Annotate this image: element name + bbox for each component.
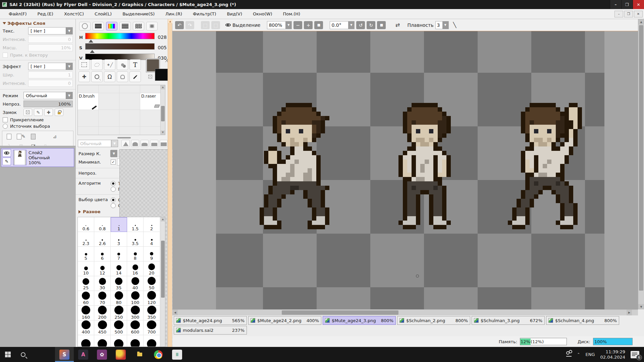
text-tool[interactable]: T [129,59,141,70]
brush-cell-empty[interactable] [99,127,119,135]
brush-cell-empty[interactable] [140,110,161,127]
brush-size-600[interactable]: 600 [127,320,144,335]
zoom-level-combo[interactable]: 800%▼ [267,21,292,29]
layer-effects-header[interactable]: Эффекты Слоя [0,19,75,26]
hsv-slider-s[interactable]: S005 [76,42,172,53]
doc-tab-$Schulman_2.png[interactable]: $Schulman_2.png800% [397,316,470,325]
brush-cell-empty[interactable] [99,93,119,110]
zoom-reset-button[interactable]: ■ [314,21,323,29]
brush-size-1.5[interactable]: 1.5 [127,217,144,232]
brush-size-10[interactable]: 10 [78,261,94,276]
brush-size-250[interactable]: 250 [111,306,127,320]
chevron-down-icon[interactable]: ▼ [66,27,72,34]
taskbar-app-2[interactable]: A [74,347,93,362]
doc-tab-$Schulman_4.png[interactable]: $Schulman_4.png800% [546,316,619,325]
close-button[interactable]: ✕ [633,0,644,9]
people-icon[interactable] [566,353,572,357]
doc-minimize-button[interactable]: – [614,11,623,17]
lock-move-button[interactable]: ✚ [44,109,53,116]
brush-cell-empty[interactable] [99,85,119,93]
hand-tool[interactable] [117,71,128,82]
brush-shape-square[interactable] [160,140,168,147]
doc-tab-$Mute_age24_2.png[interactable]: $Mute_age24_2.png400% [248,316,321,325]
tray-expand-icon[interactable]: ⌃ [577,352,580,357]
blend-mode-dropdown[interactable]: Обычный▼ [23,92,73,99]
brush-draser[interactable]: D.raser [140,93,161,110]
brush-size-100[interactable]: 100 [127,291,144,306]
brush-size-500[interactable]: 500 [111,320,127,335]
menu-item-3[interactable]: Слой(L) [89,10,117,18]
brush-size-8[interactable]: 8 [127,247,144,261]
menu-item-4[interactable]: Выделение(S) [117,10,160,18]
brush-dbrush[interactable]: D.brush [78,93,99,110]
size-unit-dropdown[interactable]: ▼ [111,150,117,157]
taskbar-app-sai[interactable]: S [55,347,74,362]
brush-shape-wide-dome[interactable] [141,140,149,147]
brush-cell-empty[interactable] [119,93,140,110]
brush-size-35[interactable]: 35 [111,276,127,291]
shape-tool[interactable] [117,59,128,70]
brush-shape-triangle[interactable] [121,140,129,147]
brush-size-3[interactable]: 3 [111,232,127,247]
move-tool[interactable]: ✚ [78,71,90,82]
rect-select-tool[interactable] [78,59,90,70]
brush-size-350[interactable]: 350 [144,306,160,320]
search-button[interactable] [15,347,31,362]
doc-tab-modulars.sai2[interactable]: modulars.sai2237% [174,326,247,335]
menu-item-9[interactable]: Пом.(H) [278,10,306,18]
panel-scrollbar[interactable]: ▲ [168,19,172,347]
taskbar-app-4[interactable] [111,347,130,362]
eyedropper-tool[interactable] [129,71,141,82]
brush-size-0.8[interactable]: 0.8 [94,217,111,232]
brush-cell-empty[interactable] [119,85,140,93]
select-show-button[interactable]: ⬚ [201,21,210,29]
start-button[interactable] [0,347,15,362]
taskbar-app-chrome[interactable] [149,347,168,362]
lock-all-button[interactable] [55,109,63,116]
misc-header[interactable]: Разное [76,207,103,215]
taskbar-clock[interactable]: 11:39:29 02.04.2024 [600,349,625,360]
brush-grid-scrollbar[interactable]: ▲▼ [160,85,165,135]
flip-horizontal-icon[interactable]: ⇄ [393,21,402,29]
select-clear-button[interactable]: ⬚ [211,21,220,29]
brush-size-1[interactable]: 1 [111,217,127,232]
canvas-viewport[interactable] [172,31,638,309]
rotate-reset-button[interactable]: ■ [377,21,386,29]
maximize-button[interactable]: ❐ [621,0,633,9]
brush-size-big[interactable] [127,335,144,347]
menu-item-1[interactable]: Ред.(E) [32,10,59,18]
panel-resize-handle[interactable] [76,137,172,138]
brush-size-30[interactable]: 30 [94,276,111,291]
brush-size-16[interactable]: 16 [127,261,144,276]
redo-button[interactable]: ↷ [185,21,194,29]
layer-edit-button[interactable]: ✎ [2,158,11,165]
brush-size-3.5[interactable]: 3.5 [127,232,144,247]
brush-size-big[interactable] [78,335,94,347]
brush-size-big[interactable] [94,335,111,347]
zoom-out-button[interactable]: − [293,21,302,29]
brush-size-40[interactable]: 40 [127,276,144,291]
zoom-tool[interactable] [91,71,103,82]
notification-icon[interactable]: 6 [631,351,639,358]
brush-size-450[interactable]: 450 [94,320,111,335]
brush-size-160[interactable]: 160 [78,306,94,320]
minimize-button[interactable]: – [610,0,621,9]
brush-size-70[interactable]: 70 [94,291,111,306]
brush-shape-dome[interactable] [131,140,139,147]
new-layer-button[interactable] [4,132,14,140]
rgb-slider-button[interactable] [93,22,104,31]
zoom-in-button[interactable]: + [304,21,313,29]
mixer-slider-button[interactable] [119,22,131,31]
selection-source-radio[interactable] [3,124,8,129]
brush-size-big[interactable] [111,335,127,347]
selection-eye-icon[interactable] [225,23,231,26]
secondary-color-swatch[interactable] [155,69,168,81]
rotate-ccw-button[interactable]: ↺ [356,21,365,29]
vertical-scrollbar[interactable]: ▲ ▼ [638,19,644,309]
menu-item-0[interactable]: Файл(F) [3,10,32,18]
pin-checkbox[interactable] [3,117,8,122]
brush-size-80[interactable]: 80 [111,291,127,306]
brush-size-9[interactable]: 9 [144,247,160,261]
layer-row[interactable]: ✎ Слой2 Обычный 100% [1,148,74,167]
undo-button[interactable]: ↶ [175,21,184,29]
